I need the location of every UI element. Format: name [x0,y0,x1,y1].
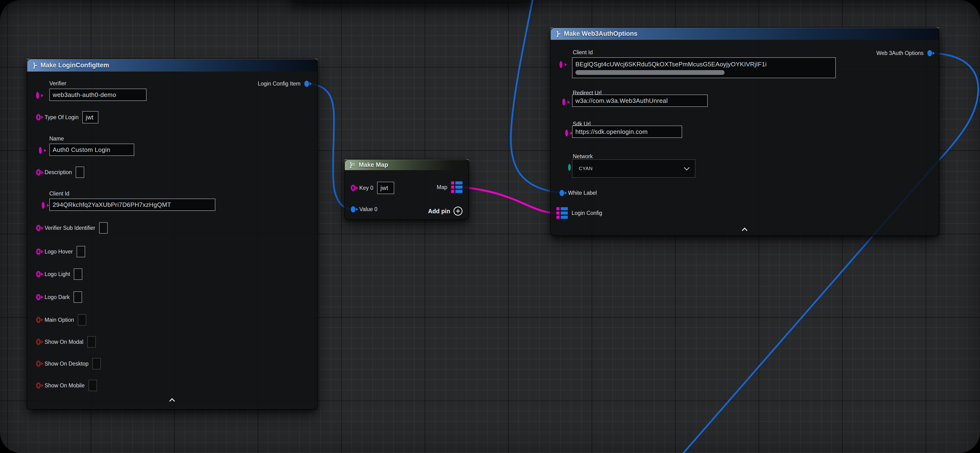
input-pin-value0[interactable] [351,206,356,212]
make-map-icon: }≡ [350,161,355,168]
field-scrollbar[interactable] [575,70,725,75]
input-pin-key0[interactable] [351,185,356,191]
input-pin-verifier-sub-identifier[interactable] [36,225,41,231]
input-pin-network[interactable] [568,164,571,171]
type-of-login-field[interactable]: jwt [82,111,99,124]
pin-label-key0: Key 0 [359,185,373,191]
logo-hover-field[interactable] [76,246,85,257]
pin-label-logo-dark: Logo Dark [45,294,70,301]
collapse-chevron-icon[interactable] [742,227,747,231]
output-pin-map[interactable] [451,182,463,193]
output-pin-label-map: Map [437,184,447,190]
input-pin-verifier[interactable] [36,92,39,99]
output-map: Map [437,182,463,193]
input-pin-main-option[interactable] [36,317,41,323]
row-white-label: White Label [560,190,597,196]
name-field[interactable]: Auth0 Custom Login [49,144,134,156]
main-option-checkbox[interactable] [78,314,86,326]
redirect-url-field[interactable]: w3a://com.w3a.Web3AuthUnreal [572,95,708,107]
node-header[interactable]: }- Make LoginConfigItem [27,59,318,71]
input-pin-type-of-login[interactable] [36,114,41,120]
row-description: Description [36,166,84,178]
description-field[interactable] [76,166,84,178]
row-logo-dark: Logo Dark [36,291,82,303]
input-pin-login-config[interactable] [557,207,568,219]
chevron-down-icon [684,165,689,170]
offscreen-node-bottom[interactable] [292,0,531,2]
key0-field[interactable]: jwt [377,182,394,194]
input-pin-logo-dark[interactable] [36,294,41,300]
pin-label-show-on-desktop: Show On Desktop [45,361,89,367]
pin-label-description: Description [45,169,72,176]
output-pin-label: Login Config Item [258,81,301,87]
row-logo-light: Logo Light [36,268,82,280]
pin-label-main-option: Main Option [45,317,74,323]
sdk-url-field[interactable]: https://sdk.openlogin.com [572,125,682,138]
row-logo-hover: Logo Hover [36,246,85,257]
node-header[interactable]: }≡ Make Map [344,159,469,170]
input-pin-show-on-modal[interactable] [36,339,41,345]
output-pin-login-config-item[interactable] [304,81,309,87]
pin-label-login-config: Login Config [571,210,602,216]
client-id-field[interactable]: BEglQSgt4cUWcj6SKRdu5QkOXTsePmMcusG5EAoy… [572,57,836,78]
pin-label-name: Name [49,136,64,142]
input-pin-logo-hover[interactable] [36,249,41,255]
node-make-web3auth-options[interactable]: }- Make Web3AuthOptions Web 3Auth Option… [550,27,939,236]
pin-label-logo-light: Logo Light [45,271,70,277]
graph-canvas[interactable]: }- Make LoginConfigItem Login Config Ite… [0,0,980,453]
row-value0: Value 0 [351,206,377,212]
row-verifier-sub-identifier: Verifier Sub Identifier [36,222,108,234]
show-on-mobile-checkbox[interactable] [89,380,97,391]
network-selected-value: CYAN [579,166,593,171]
pin-label-logo-hover: Logo Hover [45,249,73,255]
wire-map-to-login-config[interactable] [463,187,557,213]
collapse-chevron-icon[interactable] [170,398,175,402]
pin-label-show-on-modal: Show On Modal [45,339,83,345]
node-title: Make Web3AuthOptions [564,30,638,38]
make-struct-icon: }- [33,62,37,69]
blueprint-editor: }- Make LoginConfigItem Login Config Ite… [0,0,980,453]
add-pin-button[interactable]: Add pin [428,207,463,215]
output-pin-web3auth-options[interactable] [928,50,932,56]
input-pin-sdk-url[interactable] [565,130,568,136]
pin-label-verifier-sub-identifier: Verifier Sub Identifier [45,225,95,231]
node-title: Make Map [359,161,388,168]
show-on-desktop-checkbox[interactable] [92,358,101,369]
input-pin-white-label[interactable] [560,190,564,196]
row-show-on-mobile: Show On Mobile [36,380,97,391]
row-show-on-modal: Show On Modal [36,336,96,348]
input-pin-show-on-mobile[interactable] [36,382,41,388]
input-pin-client-id[interactable] [42,202,45,209]
client-id-field[interactable]: 294QRkchfq2YaXUbPri7D6PH7xzHgQMT [49,198,215,211]
input-pin-name[interactable] [39,147,42,154]
input-pin-logo-light[interactable] [36,271,41,277]
input-pin-redirect-url[interactable] [562,98,565,105]
input-pin-description[interactable] [36,169,41,175]
pin-label-show-on-mobile: Show On Mobile [45,382,85,389]
pin-label-type-of-login: Type Of Login [45,114,78,120]
add-pin-plus-icon [453,207,463,215]
verifier-field[interactable]: web3auth-auth0-demo [49,89,146,101]
output-web3auth-options: Web 3Auth Options [877,50,932,56]
node-header[interactable]: }- Make Web3AuthOptions [550,27,939,40]
output-pin-label: Web 3Auth Options [877,50,924,56]
row-show-on-desktop: Show On Desktop [36,358,101,369]
add-pin-label: Add pin [428,208,450,215]
pin-label-client-id: Client Id [573,49,593,56]
node-make-login-config-item[interactable]: }- Make LoginConfigItem Login Config Ite… [27,59,318,410]
make-struct-icon: }- [557,30,560,38]
network-dropdown[interactable]: CYAN [572,159,695,178]
row-type-of-login: Type Of Login jwt [36,111,99,124]
logo-light-field[interactable] [74,268,82,280]
input-pin-show-on-desktop[interactable] [36,361,41,367]
verifier-sub-identifier-field[interactable] [99,222,108,234]
pin-label-white-label: White Label [568,190,597,196]
row-key0: Key 0 jwt [351,182,394,194]
node-title: Make LoginConfigItem [41,62,109,69]
show-on-modal-checkbox[interactable] [87,336,96,348]
pin-label-client-id: Client Id [49,190,69,197]
logo-dark-field[interactable] [73,291,82,303]
node-make-map[interactable]: }≡ Make Map Key 0 jwt Value 0 Map [344,159,469,220]
input-pin-client-id[interactable] [560,61,562,68]
row-login-config: Login Config [557,207,602,219]
